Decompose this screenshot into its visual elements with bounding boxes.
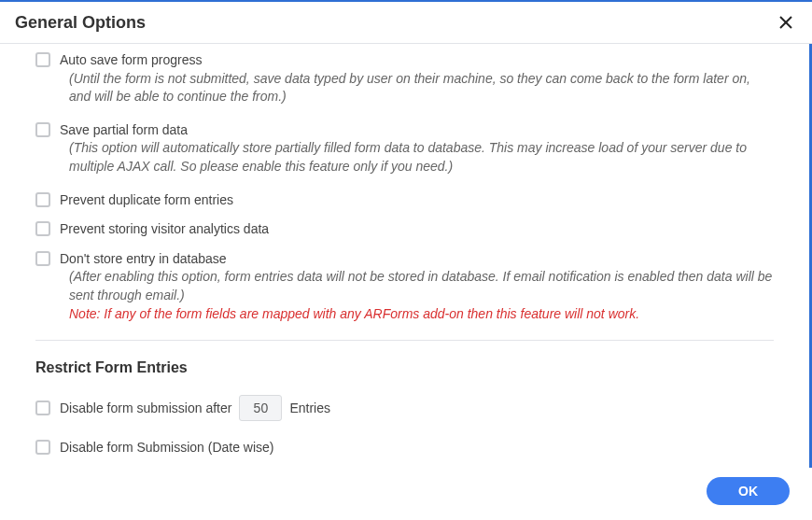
dialog-body: Auto save form progress (Until the form … xyxy=(0,44,812,468)
option-disable-after: Disable form submission after Entries xyxy=(35,395,774,421)
prevent-analytics-checkbox[interactable] xyxy=(35,221,50,236)
save-partial-desc: (This option will automatically store pa… xyxy=(60,139,774,176)
auto-save-desc: (Until the form is not submitted, save d… xyxy=(60,70,774,106)
no-store-checkbox[interactable] xyxy=(35,251,50,266)
dialog-header: General Options xyxy=(0,2,812,44)
dialog-footer: OK xyxy=(0,468,812,520)
prevent-duplicate-label: Prevent duplicate form entries xyxy=(60,192,233,207)
option-disable-date: Disable form Submission (Date wise) xyxy=(35,440,774,455)
auto-save-label: Auto save form progress xyxy=(60,52,203,67)
prevent-duplicate-checkbox[interactable] xyxy=(35,192,50,207)
disable-after-label-before: Disable form submission after xyxy=(60,401,231,415)
ok-button[interactable]: OK xyxy=(707,477,790,505)
section-divider xyxy=(35,340,774,341)
prevent-analytics-label: Prevent storing visitor analytics data xyxy=(60,221,269,236)
auto-save-checkbox[interactable] xyxy=(35,52,50,67)
option-no-store: Don't store entry in database (After ena… xyxy=(35,250,774,323)
option-save-partial: Save partial form data (This option will… xyxy=(35,121,774,176)
no-store-label: Don't store entry in database xyxy=(60,251,227,266)
disable-after-checkbox[interactable] xyxy=(35,401,50,415)
close-button[interactable] xyxy=(775,11,797,34)
option-prevent-analytics: Prevent storing visitor analytics data xyxy=(35,220,774,239)
close-icon xyxy=(778,15,793,30)
save-partial-label: Save partial form data xyxy=(60,122,188,137)
no-store-note: Note: If any of the form fields are mapp… xyxy=(60,305,774,324)
disable-date-checkbox[interactable] xyxy=(35,440,50,455)
general-options-dialog: General Options Auto save form progress … xyxy=(0,0,812,520)
no-store-desc: (After enabling this option, form entrie… xyxy=(60,268,774,304)
save-partial-checkbox[interactable] xyxy=(35,122,50,137)
restrict-section-title: Restrict Form Entries xyxy=(35,359,774,376)
disable-date-label: Disable form Submission (Date wise) xyxy=(60,440,274,455)
entries-count-input[interactable] xyxy=(239,395,282,421)
dialog-title: General Options xyxy=(15,13,146,33)
disable-after-label-after: Entries xyxy=(289,401,330,415)
option-auto-save: Auto save form progress (Until the form … xyxy=(35,51,774,106)
option-prevent-duplicate: Prevent duplicate form entries xyxy=(35,191,774,210)
